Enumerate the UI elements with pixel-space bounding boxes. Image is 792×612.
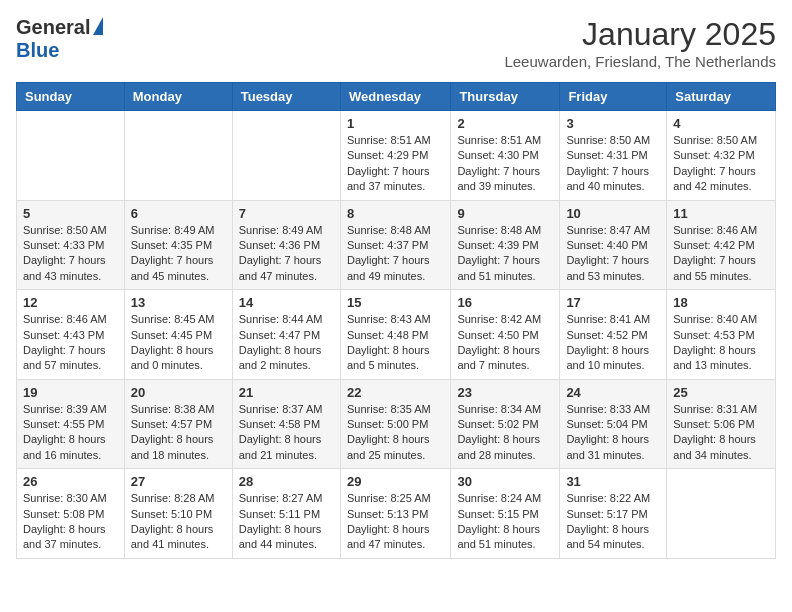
calendar-cell: 10Sunrise: 8:47 AMSunset: 4:40 PMDayligh… (560, 200, 667, 290)
day-number: 26 (23, 474, 118, 489)
calendar-header-row: SundayMondayTuesdayWednesdayThursdayFrid… (17, 83, 776, 111)
day-number: 10 (566, 206, 660, 221)
day-content: Sunrise: 8:37 AMSunset: 4:58 PMDaylight:… (239, 402, 334, 464)
calendar-cell: 15Sunrise: 8:43 AMSunset: 4:48 PMDayligh… (340, 290, 450, 380)
day-content: Sunrise: 8:30 AMSunset: 5:08 PMDaylight:… (23, 491, 118, 553)
day-content: Sunrise: 8:35 AMSunset: 5:00 PMDaylight:… (347, 402, 444, 464)
calendar-header-sunday: Sunday (17, 83, 125, 111)
calendar-cell: 22Sunrise: 8:35 AMSunset: 5:00 PMDayligh… (340, 379, 450, 469)
calendar-table: SundayMondayTuesdayWednesdayThursdayFrid… (16, 82, 776, 559)
day-number: 27 (131, 474, 226, 489)
day-number: 15 (347, 295, 444, 310)
calendar-cell: 21Sunrise: 8:37 AMSunset: 4:58 PMDayligh… (232, 379, 340, 469)
calendar-cell (232, 111, 340, 201)
day-number: 17 (566, 295, 660, 310)
day-number: 7 (239, 206, 334, 221)
day-content: Sunrise: 8:22 AMSunset: 5:17 PMDaylight:… (566, 491, 660, 553)
calendar-header-saturday: Saturday (667, 83, 776, 111)
day-content: Sunrise: 8:44 AMSunset: 4:47 PMDaylight:… (239, 312, 334, 374)
calendar-cell: 17Sunrise: 8:41 AMSunset: 4:52 PMDayligh… (560, 290, 667, 380)
calendar-week-4: 19Sunrise: 8:39 AMSunset: 4:55 PMDayligh… (17, 379, 776, 469)
day-number: 23 (457, 385, 553, 400)
calendar-cell: 29Sunrise: 8:25 AMSunset: 5:13 PMDayligh… (340, 469, 450, 559)
day-number: 25 (673, 385, 769, 400)
calendar-cell: 1Sunrise: 8:51 AMSunset: 4:29 PMDaylight… (340, 111, 450, 201)
day-content: Sunrise: 8:39 AMSunset: 4:55 PMDaylight:… (23, 402, 118, 464)
day-content: Sunrise: 8:51 AMSunset: 4:30 PMDaylight:… (457, 133, 553, 195)
day-content: Sunrise: 8:46 AMSunset: 4:43 PMDaylight:… (23, 312, 118, 374)
calendar-cell: 12Sunrise: 8:46 AMSunset: 4:43 PMDayligh… (17, 290, 125, 380)
calendar-cell: 7Sunrise: 8:49 AMSunset: 4:36 PMDaylight… (232, 200, 340, 290)
day-content: Sunrise: 8:34 AMSunset: 5:02 PMDaylight:… (457, 402, 553, 464)
day-content: Sunrise: 8:25 AMSunset: 5:13 PMDaylight:… (347, 491, 444, 553)
calendar-header-monday: Monday (124, 83, 232, 111)
day-content: Sunrise: 8:45 AMSunset: 4:45 PMDaylight:… (131, 312, 226, 374)
calendar-cell: 27Sunrise: 8:28 AMSunset: 5:10 PMDayligh… (124, 469, 232, 559)
calendar-cell: 9Sunrise: 8:48 AMSunset: 4:39 PMDaylight… (451, 200, 560, 290)
calendar-cell (667, 469, 776, 559)
calendar-week-2: 5Sunrise: 8:50 AMSunset: 4:33 PMDaylight… (17, 200, 776, 290)
calendar-cell: 4Sunrise: 8:50 AMSunset: 4:32 PMDaylight… (667, 111, 776, 201)
day-content: Sunrise: 8:49 AMSunset: 4:36 PMDaylight:… (239, 223, 334, 285)
day-content: Sunrise: 8:47 AMSunset: 4:40 PMDaylight:… (566, 223, 660, 285)
day-number: 28 (239, 474, 334, 489)
calendar-cell: 25Sunrise: 8:31 AMSunset: 5:06 PMDayligh… (667, 379, 776, 469)
calendar-header-friday: Friday (560, 83, 667, 111)
day-number: 31 (566, 474, 660, 489)
day-content: Sunrise: 8:46 AMSunset: 4:42 PMDaylight:… (673, 223, 769, 285)
day-content: Sunrise: 8:43 AMSunset: 4:48 PMDaylight:… (347, 312, 444, 374)
day-number: 8 (347, 206, 444, 221)
calendar-header-wednesday: Wednesday (340, 83, 450, 111)
day-content: Sunrise: 8:50 AMSunset: 4:31 PMDaylight:… (566, 133, 660, 195)
day-content: Sunrise: 8:28 AMSunset: 5:10 PMDaylight:… (131, 491, 226, 553)
calendar-cell: 19Sunrise: 8:39 AMSunset: 4:55 PMDayligh… (17, 379, 125, 469)
logo-general-text: General (16, 16, 90, 39)
day-content: Sunrise: 8:38 AMSunset: 4:57 PMDaylight:… (131, 402, 226, 464)
calendar-cell (17, 111, 125, 201)
calendar-cell: 18Sunrise: 8:40 AMSunset: 4:53 PMDayligh… (667, 290, 776, 380)
calendar-cell: 30Sunrise: 8:24 AMSunset: 5:15 PMDayligh… (451, 469, 560, 559)
day-number: 29 (347, 474, 444, 489)
logo: General Blue (16, 16, 103, 62)
calendar-header-thursday: Thursday (451, 83, 560, 111)
day-content: Sunrise: 8:33 AMSunset: 5:04 PMDaylight:… (566, 402, 660, 464)
location-text: Leeuwarden, Friesland, The Netherlands (504, 53, 776, 70)
calendar-cell: 13Sunrise: 8:45 AMSunset: 4:45 PMDayligh… (124, 290, 232, 380)
calendar-cell: 28Sunrise: 8:27 AMSunset: 5:11 PMDayligh… (232, 469, 340, 559)
day-number: 19 (23, 385, 118, 400)
day-content: Sunrise: 8:24 AMSunset: 5:15 PMDaylight:… (457, 491, 553, 553)
calendar-cell: 24Sunrise: 8:33 AMSunset: 5:04 PMDayligh… (560, 379, 667, 469)
day-content: Sunrise: 8:50 AMSunset: 4:32 PMDaylight:… (673, 133, 769, 195)
month-title: January 2025 (504, 16, 776, 53)
calendar-cell: 26Sunrise: 8:30 AMSunset: 5:08 PMDayligh… (17, 469, 125, 559)
calendar-cell: 8Sunrise: 8:48 AMSunset: 4:37 PMDaylight… (340, 200, 450, 290)
logo-triangle-icon (93, 17, 103, 35)
day-number: 16 (457, 295, 553, 310)
day-content: Sunrise: 8:48 AMSunset: 4:39 PMDaylight:… (457, 223, 553, 285)
day-number: 22 (347, 385, 444, 400)
calendar-cell: 20Sunrise: 8:38 AMSunset: 4:57 PMDayligh… (124, 379, 232, 469)
day-number: 5 (23, 206, 118, 221)
calendar-cell: 16Sunrise: 8:42 AMSunset: 4:50 PMDayligh… (451, 290, 560, 380)
calendar-week-1: 1Sunrise: 8:51 AMSunset: 4:29 PMDaylight… (17, 111, 776, 201)
calendar-cell: 5Sunrise: 8:50 AMSunset: 4:33 PMDaylight… (17, 200, 125, 290)
day-number: 24 (566, 385, 660, 400)
day-number: 6 (131, 206, 226, 221)
day-number: 13 (131, 295, 226, 310)
day-content: Sunrise: 8:48 AMSunset: 4:37 PMDaylight:… (347, 223, 444, 285)
day-number: 14 (239, 295, 334, 310)
day-number: 11 (673, 206, 769, 221)
calendar-cell: 11Sunrise: 8:46 AMSunset: 4:42 PMDayligh… (667, 200, 776, 290)
calendar-header-tuesday: Tuesday (232, 83, 340, 111)
day-number: 9 (457, 206, 553, 221)
calendar-cell: 31Sunrise: 8:22 AMSunset: 5:17 PMDayligh… (560, 469, 667, 559)
title-section: January 2025 Leeuwarden, Friesland, The … (504, 16, 776, 70)
day-number: 12 (23, 295, 118, 310)
day-number: 4 (673, 116, 769, 131)
calendar-cell: 14Sunrise: 8:44 AMSunset: 4:47 PMDayligh… (232, 290, 340, 380)
day-number: 2 (457, 116, 553, 131)
logo-blue-text: Blue (16, 39, 59, 62)
day-number: 30 (457, 474, 553, 489)
day-number: 20 (131, 385, 226, 400)
calendar-week-3: 12Sunrise: 8:46 AMSunset: 4:43 PMDayligh… (17, 290, 776, 380)
